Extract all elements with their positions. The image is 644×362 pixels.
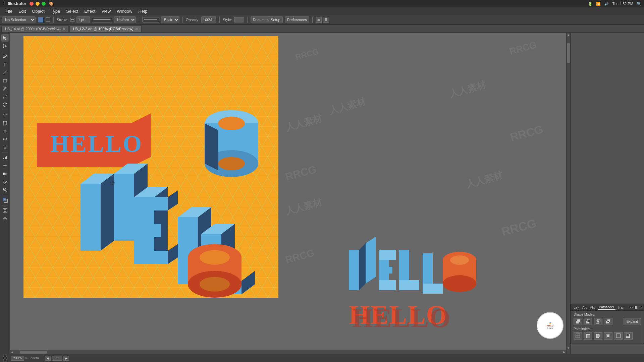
opacity-input[interactable] bbox=[201, 16, 216, 23]
menu-edit[interactable]: Edit bbox=[16, 8, 29, 14]
type-tool[interactable]: T bbox=[1, 61, 9, 68]
canvas-area[interactable]: RRCG RRCG 人人素材 RRCG 人人素材 RRCG HELLO bbox=[10, 33, 570, 354]
ptab-art[interactable]: Art bbox=[581, 305, 588, 310]
prev-page-btn[interactable]: ◀ bbox=[45, 356, 51, 361]
style-swatch[interactable] bbox=[234, 17, 244, 22]
unite-btn[interactable] bbox=[574, 318, 582, 325]
menu-help[interactable]: Help bbox=[136, 8, 150, 14]
stroke-weight-input[interactable] bbox=[76, 16, 90, 23]
pencil-tool[interactable] bbox=[1, 93, 9, 100]
warp-tool[interactable] bbox=[1, 127, 9, 135]
rect-tool[interactable] bbox=[1, 77, 9, 84]
crop-btn[interactable] bbox=[604, 332, 612, 340]
zoom-input[interactable] bbox=[11, 356, 24, 361]
divide-btn[interactable] bbox=[574, 332, 582, 340]
expand-button[interactable]: Expand bbox=[624, 318, 641, 325]
close-btn[interactable] bbox=[30, 2, 34, 6]
panel-options-icon[interactable]: ☰ bbox=[635, 306, 638, 309]
exclude-btn[interactable] bbox=[604, 318, 612, 325]
minus-front-btn[interactable] bbox=[584, 318, 592, 325]
svg-point-64 bbox=[218, 157, 245, 170]
svg-line-0 bbox=[3, 71, 7, 74]
status-icon[interactable]: i bbox=[3, 356, 8, 361]
mesh-tool[interactable] bbox=[1, 162, 9, 169]
panel-close-icon[interactable]: ✕ bbox=[640, 306, 642, 309]
menu-type[interactable]: Type bbox=[48, 8, 63, 14]
scroll-right-arrow[interactable]: ▶ bbox=[562, 350, 566, 354]
scroll-up-arrow[interactable]: ▲ bbox=[567, 33, 570, 37]
tab-u3-l2-2-close[interactable]: ✕ bbox=[135, 27, 138, 31]
selection-dropdown[interactable]: No Selection bbox=[2, 16, 36, 23]
merge-btn[interactable] bbox=[594, 332, 602, 340]
menu-file[interactable]: File bbox=[3, 8, 15, 14]
intersect-btn[interactable] bbox=[594, 318, 602, 325]
pen-tool[interactable] bbox=[1, 53, 9, 60]
svg-rect-97 bbox=[587, 319, 590, 322]
svg-point-91 bbox=[450, 255, 469, 265]
selection-tool[interactable] bbox=[1, 34, 9, 42]
scroll-left-arrow[interactable]: ◀ bbox=[10, 350, 14, 354]
column-graph-tool[interactable] bbox=[1, 154, 9, 161]
outline-btn[interactable] bbox=[614, 332, 623, 340]
fill-color-swatch[interactable] bbox=[38, 17, 44, 23]
maximize-btn[interactable] bbox=[42, 2, 46, 6]
stroke-color-swatch[interactable] bbox=[46, 17, 50, 22]
h-scroll-thumb[interactable] bbox=[20, 351, 47, 354]
scale-tool[interactable] bbox=[1, 119, 9, 127]
rrcg-badge: 🏅 RRCG 人人素材 bbox=[537, 312, 564, 339]
panel-expand-icon[interactable]: >> bbox=[629, 306, 633, 309]
direct-selection-tool[interactable] bbox=[1, 42, 9, 50]
ptab-pathfinder[interactable]: Pathfinder bbox=[598, 305, 616, 310]
zoom-tool[interactable] bbox=[1, 186, 9, 193]
tab-u3-14-close[interactable]: ✕ bbox=[62, 27, 65, 31]
zoom-control[interactable]: % bbox=[11, 356, 28, 361]
trim-btn[interactable] bbox=[584, 332, 592, 340]
list-view-icon[interactable]: ☰ bbox=[323, 17, 329, 23]
blend-tool[interactable] bbox=[1, 135, 9, 143]
artboard-tool[interactable] bbox=[1, 207, 9, 214]
time-display: Tue 4:52 PM bbox=[612, 2, 633, 6]
main-area: T bbox=[0, 33, 644, 354]
paintbrush-tool[interactable] bbox=[1, 85, 9, 92]
preferences-button[interactable]: Preferences bbox=[285, 16, 309, 23]
minus-back-btn[interactable] bbox=[624, 332, 633, 340]
pathfinder-panel: Lay Art Alig Pathfinder Tran >> ☰ ✕ Shap… bbox=[571, 304, 644, 344]
symbol-sprayer-tool[interactable] bbox=[1, 143, 9, 151]
fill-stroke-indicator[interactable] bbox=[1, 196, 9, 204]
page-input[interactable] bbox=[52, 356, 62, 361]
svg-text:HELLO: HELLO bbox=[50, 130, 143, 157]
reflect-tool[interactable] bbox=[1, 111, 9, 119]
rotate-tool[interactable] bbox=[1, 101, 9, 108]
tab-u3-l2-2-label: U3_L2-2.ai* @ 100% (RGB/Preview) bbox=[73, 27, 133, 31]
v-scroll-thumb[interactable] bbox=[567, 43, 570, 63]
svg-marker-40 bbox=[114, 200, 134, 214]
line-tool[interactable] bbox=[1, 69, 9, 76]
horizontal-scrollbar[interactable]: ◀ ▶ bbox=[10, 350, 566, 354]
menu-view[interactable]: View bbox=[99, 8, 113, 14]
ptab-tran[interactable]: Tran bbox=[616, 305, 626, 310]
apple-icon[interactable]:  bbox=[3, 1, 4, 6]
search-icon[interactable]: 🔍 bbox=[637, 2, 641, 6]
document-setup-button[interactable]: Document Setup bbox=[251, 16, 283, 23]
ptab-lay[interactable]: Lay bbox=[572, 305, 580, 310]
vertical-scrollbar[interactable]: ▲ ▼ bbox=[566, 33, 570, 354]
scroll-down-arrow[interactable]: ▼ bbox=[567, 346, 570, 350]
menu-object[interactable]: Object bbox=[29, 8, 47, 14]
menu-window[interactable]: Window bbox=[114, 8, 135, 14]
menu-effect[interactable]: Effect bbox=[82, 8, 98, 14]
eyedropper-tool[interactable] bbox=[1, 178, 9, 185]
hand-tool[interactable] bbox=[1, 215, 9, 222]
tab-u3-l2-2[interactable]: U3_L2-2.ai* @ 100% (RGB/Preview) ✕ bbox=[69, 25, 142, 32]
minimize-btn[interactable] bbox=[36, 2, 40, 6]
ptab-alig[interactable]: Alig bbox=[589, 305, 597, 310]
tool-sep-4 bbox=[2, 195, 8, 195]
brush-dropdown[interactable]: Basic bbox=[161, 16, 179, 23]
next-page-btn[interactable]: ▶ bbox=[63, 356, 69, 361]
gradient-tool[interactable] bbox=[1, 170, 9, 177]
grid-view-icon[interactable]: ⊞ bbox=[316, 17, 322, 23]
toolbox: T bbox=[0, 33, 10, 354]
tab-u3-14[interactable]: U3_14.ai @ 200% (RGB/Preview) ✕ bbox=[1, 25, 69, 32]
stroke-type-dropdown[interactable]: Uniform bbox=[114, 16, 136, 23]
menu-select[interactable]: Select bbox=[63, 8, 81, 14]
svg-line-21 bbox=[5, 180, 7, 181]
